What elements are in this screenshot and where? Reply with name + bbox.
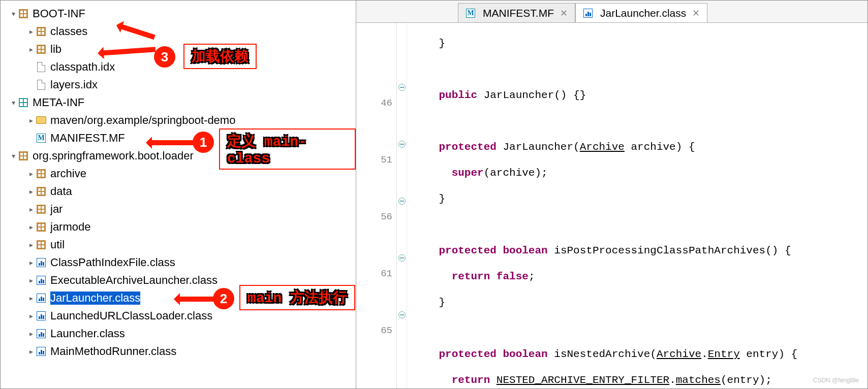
tree-label: BOOT-INF — [33, 7, 85, 20]
tree-label: jar — [50, 203, 63, 216]
twisty-collapsed-icon[interactable]: ▸ — [26, 241, 36, 249]
tree-label: ClassPathIndexFile.class — [50, 256, 175, 269]
fold-icon[interactable] — [398, 141, 406, 148]
tree-node-maven[interactable]: ▸ maven/org.example/springboot-demo — [1, 111, 356, 129]
twisty-expanded-icon[interactable]: ▾ — [8, 152, 18, 160]
annotation-badge-1: 1 — [193, 132, 214, 153]
class-file-icon — [36, 275, 46, 285]
tree-node-classpathindexfile[interactable]: ▸ ClassPathIndexFile.class — [1, 253, 356, 271]
tree-label: MANIFEST.MF — [50, 132, 125, 145]
line-gutter: 46 51 56 61 65 — [356, 23, 397, 388]
tree-node-jar[interactable]: ▸ jar — [1, 200, 356, 218]
tab-jarlauncher[interactable]: JarLauncher.class ✕ — [575, 3, 707, 22]
tree-label: Launcher.class — [50, 327, 125, 340]
line-number: 46 — [356, 96, 392, 110]
tab-label: JarLauncher.class — [600, 7, 686, 19]
package-icon — [36, 204, 46, 214]
close-icon[interactable]: ✕ — [692, 8, 700, 19]
tree-node-launcher[interactable]: ▸ Launcher.class — [1, 325, 356, 342]
manifest-icon: M — [466, 8, 476, 18]
tree-label: LaunchedURLClassLoader.class — [50, 309, 212, 322]
twisty-collapsed-icon[interactable]: ▸ — [26, 330, 36, 338]
tab-manifest[interactable]: M MANIFEST.MF ✕ — [458, 3, 575, 22]
tree-node-meta-inf[interactable]: ▾ META-INF — [1, 93, 356, 111]
tree-node-boot-inf[interactable]: ▾ BOOT-INF — [1, 5, 356, 22]
twisty-none: • — [26, 81, 36, 89]
twisty-collapsed-icon[interactable]: ▸ — [26, 294, 36, 302]
manifest-icon: M — [36, 133, 46, 143]
project-tree-pane: ▾ BOOT-INF ▸ classes ▸ lib • classpath.i… — [1, 1, 356, 388]
annotation-box-2: main 方法执行 — [239, 285, 355, 310]
tree-label: MainMethodRunner.class — [50, 345, 176, 358]
tree-label: META-INF — [33, 96, 84, 109]
tree-node-classes[interactable]: ▸ classes — [1, 22, 356, 40]
twisty-collapsed-icon[interactable]: ▸ — [26, 45, 36, 53]
editor-pane: M MANIFEST.MF ✕ JarLauncher.class ✕ 46 5… — [356, 1, 867, 388]
package-icon — [36, 26, 46, 37]
annotation-arrow-icon — [148, 140, 194, 145]
close-icon[interactable]: ✕ — [560, 8, 568, 19]
twisty-expanded-icon[interactable]: ▾ — [8, 99, 18, 107]
line-number: 65 — [356, 323, 392, 338]
package-icon — [36, 240, 46, 250]
twisty-collapsed-icon[interactable]: ▸ — [26, 258, 36, 267]
tree-label: ExecutableArchiveLauncher.class — [50, 274, 218, 287]
tree-node-layers-idx[interactable]: • layers.idx — [1, 76, 356, 93]
tree-label: archive — [50, 167, 86, 180]
package-icon — [36, 186, 46, 197]
package-icon — [36, 169, 46, 179]
annotation-box-1: 定义 main-class — [219, 128, 356, 170]
tree-label: maven/org.example/springboot-demo — [50, 114, 235, 127]
file-icon — [36, 62, 46, 72]
twisty-collapsed-icon[interactable]: ▸ — [26, 205, 36, 213]
fold-icon[interactable] — [398, 311, 406, 318]
tab-label: MANIFEST.MF — [483, 7, 554, 19]
tree-label: classpath.idx — [50, 60, 115, 74]
twisty-collapsed-icon[interactable]: ▸ — [26, 347, 36, 355]
class-file-icon — [583, 8, 593, 18]
tree-node-lib[interactable]: ▸ lib — [1, 40, 356, 58]
annotation-badge-3: 3 — [154, 46, 175, 68]
code-editor[interactable]: 46 51 56 61 65 } public JarLauncher() {} — [356, 23, 867, 388]
package-icon — [18, 151, 28, 161]
twisty-collapsed-icon[interactable]: ▸ — [26, 116, 36, 124]
twisty-collapsed-icon[interactable]: ▸ — [26, 27, 36, 36]
folder-icon — [36, 115, 46, 125]
tree-node-data[interactable]: ▸ data — [1, 182, 356, 200]
package-icon — [36, 222, 46, 232]
class-file-icon — [36, 257, 46, 268]
fold-column — [397, 23, 407, 388]
twisty-none: • — [26, 63, 36, 71]
tree-node-jarmode[interactable]: ▸ jarmode — [1, 218, 356, 236]
package-icon — [36, 44, 46, 54]
tree-node-mainmethodrunner[interactable]: ▸ MainMethodRunner.class — [1, 342, 356, 360]
annotation-text: main 方法执行 — [247, 290, 347, 306]
watermark: CSDN @fenglllle — [813, 377, 859, 384]
package-icon — [18, 9, 28, 19]
editor-tabs: M MANIFEST.MF ✕ JarLauncher.class ✕ — [356, 1, 867, 23]
code-content[interactable]: } public JarLauncher() {} protected JarL… — [407, 23, 867, 388]
fold-icon[interactable] — [398, 254, 406, 262]
tree-label: util — [50, 238, 65, 251]
twisty-collapsed-icon[interactable]: ▸ — [26, 276, 36, 284]
twisty-collapsed-icon[interactable]: ▸ — [26, 223, 36, 231]
tree-label: data — [50, 185, 72, 198]
fold-icon[interactable] — [398, 198, 406, 205]
tree-label: classes — [50, 25, 87, 38]
twisty-collapsed-icon[interactable]: ▸ — [26, 170, 36, 178]
twisty-collapsed-icon[interactable]: ▸ — [26, 312, 36, 320]
class-file-icon — [36, 293, 46, 303]
fold-icon[interactable] — [398, 84, 406, 91]
line-number: 61 — [356, 267, 392, 281]
line-number: 51 — [356, 153, 392, 167]
annotation-text: 定义 main-class — [227, 134, 307, 167]
twisty-collapsed-icon[interactable]: ▸ — [26, 187, 36, 196]
tree-node-util[interactable]: ▸ util — [1, 236, 356, 253]
tree-label: JarLauncher.class — [50, 291, 140, 305]
file-icon — [36, 80, 46, 90]
annotation-text: 加载依赖 — [192, 49, 249, 65]
tree-label: org.springframework.boot.loader — [33, 149, 194, 163]
tree-node-classpath-idx[interactable]: • classpath.idx — [1, 58, 356, 76]
twisty-expanded-icon[interactable]: ▾ — [8, 10, 18, 18]
annotation-badge-2: 2 — [213, 288, 234, 309]
